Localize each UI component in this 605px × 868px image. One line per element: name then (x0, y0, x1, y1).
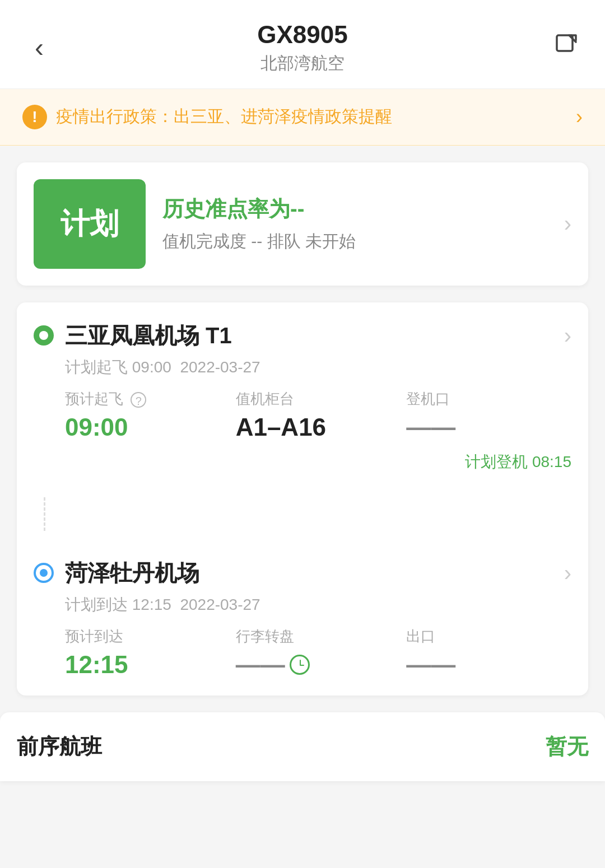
arrival-planned-time-value: 12:15 (132, 596, 171, 613)
arrival-airport-name: 菏泽牡丹机场 (65, 558, 199, 589)
arrival-estimated-time: 12:15 (65, 651, 230, 679)
departure-estimated-time: 09:00 (65, 413, 230, 441)
share-button[interactable] (549, 31, 583, 64)
arrival-exit-label: 出口 (406, 627, 571, 646)
departure-arrow-icon: › (564, 323, 571, 348)
header-center: GX8905 北部湾航空 (56, 20, 549, 75)
arrival-planned-date: 2022-03-27 (180, 596, 260, 613)
planned-boarding: 计划登机 08:15 (17, 447, 588, 488)
arrival-planned-time: 计划到达 12:15 2022-03-27 (17, 589, 588, 615)
arrival-airport-row[interactable]: 菏泽牡丹机场 › (17, 540, 588, 589)
flight-path-line (44, 497, 45, 531)
arrival-dot-icon (34, 563, 54, 583)
arrival-estimated-label: 预计到达 (65, 627, 230, 646)
arrival-baggage-label: 行李转盘 (236, 627, 401, 646)
departure-estimated-col: 预计起飞 ? 09:00 (65, 389, 230, 441)
arrival-planned-label: 计划到达 (65, 596, 128, 613)
flight-number: GX8905 (56, 20, 549, 50)
departure-airport-name: 三亚凤凰机场 T1 (65, 320, 232, 351)
arrival-exit-col: 出口 —— (406, 627, 571, 679)
previous-flight-label: 前序航班 (17, 732, 102, 761)
departure-details-grid: 预计起飞 ? 09:00 值机柜台 A1–A16 登机口 —— (17, 378, 588, 447)
departure-gate-col: 登机口 —— (406, 389, 571, 441)
back-button[interactable]: ‹ (22, 32, 56, 63)
arrival-arrow-icon: › (564, 561, 571, 586)
departure-planned-time: 计划起飞 09:00 2022-03-27 (17, 351, 588, 378)
alert-arrow-icon: › (576, 105, 583, 129)
departure-checkin-value: A1–A16 (236, 413, 401, 441)
alert-text: 疫情出行政策：出三亚、进菏泽疫情政策提醒 (56, 105, 567, 128)
previous-flight-section: 前序航班 暂无 (0, 712, 605, 781)
departure-gate-label: 登机口 (406, 389, 571, 409)
checkin-status-text: 值机完成度 -- 排队 未开始 (162, 230, 547, 253)
status-info: 历史准点率为-- 值机完成度 -- 排队 未开始 (162, 195, 547, 253)
alert-icon: ! (22, 105, 47, 129)
departure-gate-value: —— (406, 413, 571, 441)
departure-airport-row[interactable]: 三亚凤凰机场 T1 › (17, 302, 588, 351)
flight-section: 三亚凤凰机场 T1 › 计划起飞 09:00 2022-03-27 预计起飞 ?… (17, 302, 588, 696)
status-badge: 计划 (34, 179, 146, 269)
arrival-estimated-col: 预计到达 12:15 (65, 627, 230, 679)
departure-planned-label: 计划起飞 (65, 358, 128, 376)
departure-left: 三亚凤凰机场 T1 (34, 320, 232, 351)
departure-planned-time-value: 09:00 (132, 358, 171, 376)
main-content: 计划 历史准点率为-- 值机完成度 -- 排队 未开始 › 三亚凤凰机场 T1 … (0, 146, 605, 696)
header: ‹ GX8905 北部湾航空 (0, 0, 605, 89)
departure-checkin-label: 值机柜台 (236, 389, 401, 409)
arrival-baggage-col: 行李转盘 —— (236, 627, 401, 679)
previous-flight-value: 暂无 (546, 732, 588, 761)
arrival-details-grid: 预计到达 12:15 行李转盘 —— 出口 —— (17, 615, 588, 696)
departure-estimated-label: 预计起飞 ? (65, 389, 230, 409)
alert-banner[interactable]: ! 疫情出行政策：出三亚、进菏泽疫情政策提醒 › (0, 89, 605, 146)
airline-name: 北部湾航空 (56, 52, 549, 75)
departure-planned-date: 2022-03-27 (180, 358, 260, 376)
status-card[interactable]: 计划 历史准点率为-- 值机完成度 -- 排队 未开始 › (17, 162, 588, 286)
arrival-exit-value: —— (406, 651, 571, 679)
departure-dot-icon (34, 325, 54, 346)
status-card-arrow-icon: › (564, 211, 571, 236)
clock-icon (290, 655, 310, 675)
punctuality-text: 历史准点率为-- (162, 195, 547, 223)
info-icon: ? (131, 392, 146, 408)
arrival-baggage-value: —— (236, 651, 401, 679)
departure-checkin-col: 值机柜台 A1–A16 (236, 389, 401, 441)
arrival-left: 菏泽牡丹机场 (34, 558, 199, 589)
